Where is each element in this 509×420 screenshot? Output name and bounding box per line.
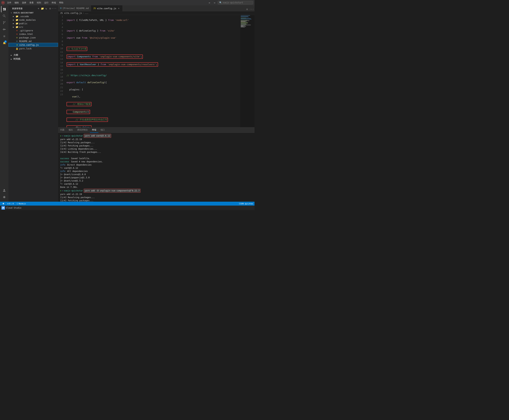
- code-lines: import { fileURLToPath, URL } from 'node…: [65, 15, 240, 127]
- errors-indicator[interactable]: ⊗ 0 ⚠ 0: [7, 202, 15, 205]
- terminal-line: [3/4] Linking dependencies...: [60, 147, 252, 150]
- activity-debug[interactable]: [1, 26, 7, 33]
- more-options-button[interactable]: ···: [52, 7, 56, 10]
- sidebar: 资源管理器 + 📁 ↻ ⊟ ··· ▾ VUEJS-QUICKSTART ▶ 📁…: [8, 5, 58, 202]
- tree-item-readme[interactable]: ▶ ⊙ README.md: [8, 39, 58, 43]
- app-logo: [1, 1, 5, 4]
- notification-badge: 1: [4, 40, 7, 43]
- terminal-content[interactable]: ● → vuejs-quickstar yarn add vant@3.6.12…: [58, 133, 254, 202]
- panel-tab-debug[interactable]: 调试控制台: [75, 128, 90, 133]
- expand-icon: ▶: [10, 58, 13, 60]
- tab-bar: M [Preview] README.md JS vite.config.js …: [58, 5, 254, 12]
- html-icon: ⊙: [15, 33, 18, 35]
- filename: src: [19, 26, 23, 28]
- terminal-line: [1/4] Resolving packages...: [60, 196, 252, 199]
- svg-point-8: [3, 23, 4, 24]
- tree-item-gitignore[interactable]: ▶ ⊙ .gitignore: [8, 29, 58, 32]
- activity-bar: ⊞ 🔔 1: [0, 5, 8, 202]
- remote-icon: [2, 202, 5, 205]
- new-file-button[interactable]: +: [37, 7, 40, 10]
- activity-extensions[interactable]: ⊞: [1, 33, 7, 39]
- panel-tab-ports[interactable]: 端口: [98, 128, 107, 133]
- forward-button[interactable]: →: [212, 1, 217, 4]
- terminal-line: [1/4] Resolving packages...: [60, 141, 252, 144]
- panel-tab-problems[interactable]: 问题: [58, 128, 66, 133]
- refresh-button[interactable]: ↻: [44, 7, 48, 10]
- status-bar: ⊗ 0 ⚠ 0 ⬡ Nodejs CSON @yizhao: [0, 202, 254, 206]
- tab-vite-config[interactable]: JS vite.config.js ×: [91, 5, 122, 11]
- tree-item-public[interactable]: ▶ 📁 public: [8, 22, 58, 25]
- file-tree: ▾ VUEJS-QUICKSTART ▶ 📁 .vscode ▶ 📁 node_…: [8, 11, 58, 202]
- new-folder-button[interactable]: 📁: [41, 7, 44, 10]
- menu-edit[interactable]: 编辑: [13, 1, 20, 5]
- lock-icon: 🔒: [15, 47, 18, 50]
- activity-explorer[interactable]: [1, 6, 7, 12]
- panel-tab-output[interactable]: 输出: [66, 128, 75, 133]
- activity-search[interactable]: [1, 13, 7, 19]
- tab-readme[interactable]: M [Preview] README.md: [58, 5, 91, 11]
- tree-item-vite-config[interactable]: ▶ ⊙ vite.config.js: [8, 43, 58, 47]
- bottom-bar: Cloud Studio: [0, 206, 254, 210]
- activity-bottom: [1, 187, 7, 202]
- remote-indicator[interactable]: [1, 202, 5, 205]
- menu-select[interactable]: 选择: [21, 1, 28, 5]
- svg-rect-2: [5, 8, 6, 10]
- more-actions-button[interactable]: ···: [250, 7, 254, 11]
- activity-accounts[interactable]: [1, 187, 7, 194]
- outline-header[interactable]: ▶ 大纲: [8, 53, 58, 57]
- search-bar[interactable]: 🔍 vuejs-quickstart: [218, 1, 253, 4]
- tree-item-vscode[interactable]: ▶ 📁 .vscode: [8, 15, 58, 18]
- term-dot-icon: ●: [60, 189, 61, 192]
- menu-bar: 文件 编辑 选择 查看 转到 运行 终端 帮助: [6, 1, 206, 5]
- js-icon: ⊙: [16, 43, 19, 46]
- back-button[interactable]: ←: [207, 1, 212, 4]
- code-editor: 1 2 3 4 5 6 7 8 9 10 11 12 13 14 15 16 1: [58, 15, 254, 127]
- expand-icon: ▾: [10, 11, 13, 14]
- menu-goto[interactable]: 转到: [35, 1, 43, 5]
- activity-settings[interactable]: [1, 194, 7, 200]
- search-text: vuejs-quickstart: [223, 1, 243, 4]
- minimap: [240, 15, 254, 127]
- tree-item-node-modules[interactable]: ▶ 📁 node_modules: [8, 18, 58, 22]
- svg-point-12: [4, 189, 5, 190]
- svg-rect-1: [3, 8, 4, 9]
- tab-close-button[interactable]: ×: [117, 7, 120, 10]
- status-left: ⊗ 0 ⚠ 0 ⬡ Nodejs: [1, 202, 27, 205]
- svg-rect-11: [5, 29, 6, 30]
- warning-count: 0: [13, 202, 14, 205]
- menu-run[interactable]: 运行: [43, 1, 50, 5]
- menu-terminal[interactable]: 终端: [50, 1, 57, 5]
- nodejs-indicator[interactable]: ⬡ Nodejs: [16, 202, 27, 205]
- breadcrumb-sep: ›: [83, 12, 84, 14]
- warning-icon: ⚠: [11, 202, 12, 205]
- json-icon: ⊙: [15, 36, 18, 39]
- split-editor-button[interactable]: ⊟: [245, 7, 249, 11]
- tree-item-package-json[interactable]: ▶ ⊙ package.json: [8, 36, 58, 39]
- folder-icon: 📁: [15, 15, 18, 18]
- terminal-line: ├─ @vant/use@1.5.2: [60, 179, 252, 182]
- term-command: yarn add -D unplugin-vue-components@^0.2…: [84, 189, 140, 193]
- expand-icon: ▶: [12, 25, 15, 28]
- panel-tab-terminal[interactable]: 终端: [90, 128, 98, 133]
- timeline-header[interactable]: ▶ 时间线: [8, 57, 58, 61]
- terminal-line: success Saved 4 new dependencies.: [60, 160, 252, 163]
- timeline-section: ▶ 时间线: [8, 57, 58, 61]
- terminal-line: yarn add v1.22.19: [60, 138, 252, 141]
- tree-root-folder[interactable]: ▾ VUEJS-QUICKSTART: [8, 11, 58, 15]
- activity-notifications[interactable]: 🔔 1: [1, 40, 7, 46]
- sidebar-title-text: 资源管理器: [12, 7, 23, 10]
- editor-area: M [Preview] README.md JS vite.config.js …: [58, 5, 254, 202]
- svg-point-7: [5, 21, 5, 22]
- terminal-line: ├─ @vant/icons@1.8.0: [60, 173, 252, 176]
- menu-file[interactable]: 文件: [6, 1, 13, 5]
- terminal-line: └─ vant@3.6.12: [60, 182, 252, 186]
- menu-view[interactable]: 查看: [28, 1, 35, 5]
- line-numbers: 1 2 3 4 5 6 7 8 9 10 11 12 13 14 15 16 1: [58, 15, 65, 127]
- tree-item-index-html[interactable]: ▶ ⊙ index.html: [8, 32, 58, 36]
- menu-help[interactable]: 帮助: [58, 1, 65, 5]
- term-command: yarn add vant@3.6.12: [84, 134, 111, 138]
- titlebar: 文件 编辑 选择 查看 转到 运行 终端 帮助 ← → 🔍 vuejs-quic…: [0, 0, 254, 5]
- tree-item-yarn-lock[interactable]: ▶ 🔒 yarn.lock: [8, 47, 58, 50]
- tree-item-src[interactable]: ▶ 📁 src: [8, 25, 58, 29]
- activity-source-control[interactable]: [1, 20, 7, 26]
